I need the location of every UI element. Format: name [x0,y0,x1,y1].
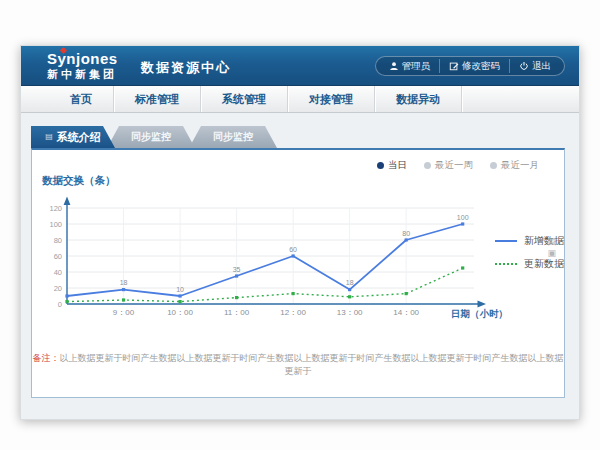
chart-y-axis-title: 数据交换（条） [42,174,116,188]
logo-subtext: 新中新集团 [47,67,118,81]
app-window: Synjones 新中新集团 数据资源中心 管理员 修改密码 退出 首页 标准管… [20,45,580,420]
radio-dot-icon [377,162,384,169]
content-area: ▤ 系统介绍 同步监控 同步监控 当日 最近一周 最近一月 [21,113,579,419]
nav-item-data-change[interactable]: 数据异动 [375,86,462,112]
page-title: 数据资源中心 [141,59,231,77]
radio-dot-icon [490,162,497,169]
chart-toolbox: ▤ ▣ [547,236,556,258]
svg-text:80: 80 [402,230,410,237]
company-logo[interactable]: Synjones 新中新集团 [47,50,118,81]
radio-last-week[interactable]: 最近一周 [424,159,473,172]
tab-sync-monitor-2[interactable]: 同步监控 [189,126,277,148]
power-icon [519,61,529,71]
legend-label-new-data: 新增数据 [524,234,564,248]
svg-text:100: 100 [457,214,469,221]
svg-text:60: 60 [289,246,297,253]
radio-last-week-label: 最近一周 [435,159,473,172]
radio-last-month-label: 最近一月 [501,159,539,172]
svg-text:10: 10 [176,286,184,293]
radio-dot-icon [424,162,431,169]
user-account-button[interactable]: 管理员 [380,59,440,73]
toolbox-save-icon[interactable]: ▣ [547,248,556,258]
legend-label-update-data: 更新数据 [524,257,564,271]
tab-system-intro[interactable]: ▤ 系统介绍 [31,126,115,148]
svg-text:10：00: 10：00 [167,308,193,317]
radio-today[interactable]: 当日 [377,159,407,172]
logout-button[interactable]: 退出 [509,59,560,73]
user-icon [389,61,399,71]
logo-text: Synjones [47,50,118,67]
svg-text:20: 20 [54,284,62,293]
svg-text:18: 18 [346,279,354,286]
toolbox-dataview-icon[interactable]: ▤ [547,236,556,246]
svg-text:11：00: 11：00 [224,308,250,317]
svg-text:0: 0 [58,300,62,309]
solid-line-icon [495,240,517,242]
svg-text:100: 100 [49,220,62,229]
dotted-line-icon [495,263,517,265]
line-chart: 0204060801001209：0010：0011：0012：0013：001… [42,190,512,325]
footnote: 备注：以上数据更新于时间产生数据以上数据更新于时间产生数据以上数据更新于时间产生… [32,352,564,378]
user-name: 管理员 [402,60,431,73]
change-password-button[interactable]: 修改密码 [439,59,509,73]
radio-today-label: 当日 [388,159,407,172]
radio-last-month[interactable]: 最近一月 [490,159,539,172]
nav-item-interface-mgmt[interactable]: 对接管理 [288,86,375,112]
logout-label: 退出 [532,60,551,73]
svg-text:120: 120 [49,204,62,213]
change-password-label: 修改密码 [462,60,500,73]
tab-sync-monitor-1[interactable]: 同步监控 [107,126,195,148]
nav-item-system-mgmt[interactable]: 系统管理 [201,86,288,112]
footnote-prefix: 备注： [33,353,60,363]
chart-panel: 当日 最近一周 最近一月 数据交换（条） 0204060801001209：00… [31,148,565,398]
time-range-filter: 当日 最近一周 最近一月 [377,159,539,172]
document-icon: ▤ [45,132,53,142]
svg-text:60: 60 [54,252,62,261]
svg-text:35: 35 [233,266,241,273]
tab-system-intro-label: 系统介绍 [57,126,101,148]
nav-item-standard-mgmt[interactable]: 标准管理 [114,86,201,112]
svg-text:13：00: 13：00 [337,308,363,317]
svg-text:日期（小时）: 日期（小时） [451,308,508,320]
footnote-text: 以上数据更新于时间产生数据以上数据更新于时间产生数据以上数据更新于时间产生数据以… [60,353,564,376]
svg-text:80: 80 [54,236,62,245]
main-nav: 首页 标准管理 系统管理 对接管理 数据异动 [21,86,579,113]
tab-bar: ▤ 系统介绍 同步监控 同步监控 [31,126,277,148]
svg-text:9：00: 9：00 [113,308,135,317]
svg-text:18: 18 [120,279,128,286]
header-bar: Synjones 新中新集团 数据资源中心 管理员 修改密码 退出 [21,46,579,86]
nav-item-home[interactable]: 首页 [49,86,114,112]
user-toolbar: 管理员 修改密码 退出 [375,56,566,76]
svg-text:14：00: 14：00 [393,308,419,317]
legend-item-update-data: 更新数据 [495,257,564,271]
svg-text:12：00: 12：00 [280,308,306,317]
line-chart-svg: 0204060801001209：0010：0011：0012：0013：001… [42,190,512,325]
edit-icon [449,61,459,71]
svg-text:40: 40 [54,268,62,277]
